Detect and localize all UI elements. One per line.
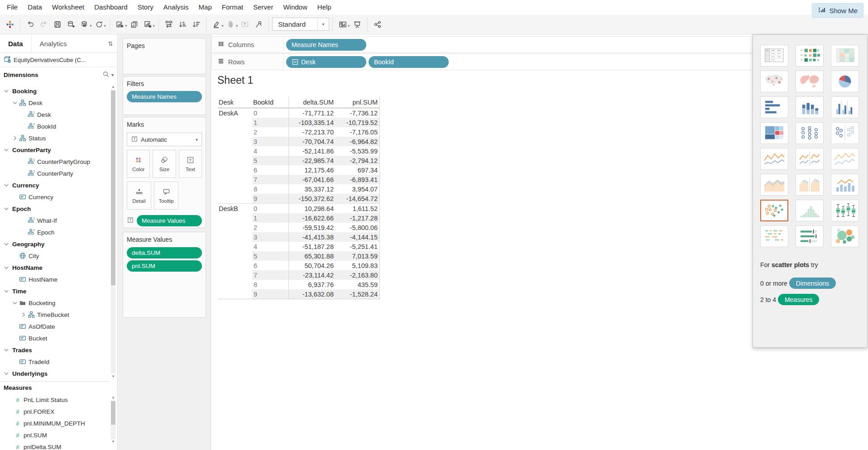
desk-cell[interactable] — [218, 232, 252, 242]
chevron-down-icon[interactable]: ▾ — [90, 24, 92, 28]
mark-type-dropdown[interactable]: T Automatic ▾ — [127, 133, 202, 146]
dimensions-scrollbar[interactable]: ▲ ▼ — [110, 84, 116, 379]
value-cell[interactable]: -1,528.24 — [336, 289, 380, 299]
value-cell[interactable]: -5,535.99 — [336, 146, 380, 156]
show-me-area-discrete[interactable] — [796, 174, 824, 196]
measures-scrollbar[interactable]: ▲ ▼ — [110, 395, 116, 445]
bookid-cell[interactable]: 4 — [252, 242, 288, 251]
desk-cell[interactable] — [218, 261, 252, 270]
desk-cell[interactable] — [218, 175, 252, 184]
tree-item-hostname[interactable]: HostName — [0, 262, 110, 273]
color-button[interactable]: Color — [127, 150, 150, 178]
measure-item-pnl-minimum-depth[interactable]: #pnl.MINIMUM_DEPTH — [0, 417, 110, 429]
show-me-pie-chart[interactable] — [831, 71, 859, 92]
tree-item-geography[interactable]: Geography — [0, 238, 110, 250]
bookid-cell[interactable]: 7 — [252, 175, 288, 184]
value-cell[interactable]: -23,114.42 — [288, 270, 336, 280]
value-cell[interactable]: 1,611.52 — [336, 204, 380, 213]
tree-item-city[interactable]: City — [0, 250, 110, 262]
show-me-filled-map[interactable] — [796, 71, 824, 92]
bookid-cell[interactable]: 5 — [252, 251, 288, 261]
column-header-bookid[interactable]: BookId — [252, 97, 288, 108]
show-me-side-by-side-circle[interactable] — [831, 122, 859, 144]
bookid-cell[interactable]: 8 — [252, 184, 288, 194]
undo-icon[interactable] — [24, 18, 37, 31]
show-me-horizontal-bar[interactable] — [760, 96, 788, 118]
bookid-cell[interactable]: 0 — [252, 204, 288, 213]
tableau-logo-icon[interactable] — [3, 18, 17, 31]
search-icon[interactable] — [102, 71, 110, 79]
filters-card[interactable]: Filters Measure Names — [123, 76, 206, 115]
presentation-mode-icon[interactable] — [350, 18, 364, 31]
value-cell[interactable]: 65,301.88 — [288, 251, 336, 261]
chevron-down-icon[interactable] — [3, 264, 10, 271]
desk-cell[interactable] — [218, 251, 252, 261]
column-header-desk[interactable]: Desk — [218, 97, 252, 108]
tree-item-underlyings[interactable]: Underlyings — [0, 368, 110, 379]
tab-analytics[interactable]: Analytics — [31, 34, 104, 53]
measure-item-pnl-sum[interactable]: #pnl.SUM — [0, 429, 110, 441]
bookid-cell[interactable]: 9 — [252, 194, 288, 203]
desk-cell[interactable] — [218, 242, 252, 251]
text-button[interactable]: TText — [179, 150, 202, 178]
show-me-line-discrete[interactable] — [796, 148, 824, 170]
bookid-cell[interactable]: 1 — [252, 118, 288, 127]
value-cell[interactable]: -7,736.12 — [336, 108, 380, 118]
bookid-cell[interactable]: 5 — [252, 156, 288, 165]
chevron-down-icon[interactable] — [3, 240, 10, 248]
bookid-cell[interactable]: 2 — [252, 127, 288, 137]
desk-cell[interactable] — [218, 184, 252, 194]
tab-data[interactable]: Data — [0, 34, 31, 53]
bookid-cell[interactable]: 6 — [252, 261, 288, 270]
tree-item-trades[interactable]: Trades — [0, 344, 110, 356]
tree-item-time[interactable]: Time — [0, 285, 110, 297]
value-cell[interactable]: -59,519.42 — [288, 223, 336, 232]
value-cell[interactable]: 35,337.12 — [288, 184, 336, 194]
value-cell[interactable]: -2,163.80 — [336, 270, 380, 280]
show-me-button[interactable]: Show Me — [812, 3, 863, 18]
sort-fields-icon[interactable]: ⇅ — [104, 40, 117, 47]
shelf-pill-measure-names[interactable]: Measure Names — [286, 39, 366, 51]
measure-item-pnldelta-sum[interactable]: #pnlDelta.SUM — [0, 441, 110, 450]
chevron-down-icon[interactable] — [11, 299, 19, 306]
value-cell[interactable]: 12,175.46 — [288, 165, 336, 175]
value-cell[interactable]: -16,622.66 — [288, 213, 336, 223]
bookid-cell[interactable]: 9 — [252, 289, 288, 299]
value-cell[interactable]: -10,719.52 — [336, 118, 380, 127]
marks-card[interactable]: Marks T Automatic ▾ ColorSizeTText Detai… — [123, 117, 206, 228]
scroll-down-icon[interactable]: ▼ — [110, 439, 116, 445]
tree-item-booking[interactable]: Booking — [0, 85, 110, 97]
measure-values-pill[interactable]: Measure Values — [137, 215, 202, 226]
value-cell[interactable]: -71,771.12 — [288, 108, 336, 118]
tree-item-counterparty[interactable]: CounterParty — [0, 144, 110, 156]
menu-story[interactable]: Story — [133, 0, 158, 14]
bookid-cell[interactable]: 4 — [252, 146, 288, 156]
value-cell[interactable]: -4,144.15 — [336, 232, 380, 242]
value-cell[interactable]: -13,632.08 — [288, 289, 336, 299]
scroll-up-icon[interactable]: ▲ — [110, 84, 116, 90]
share-icon[interactable] — [371, 18, 384, 31]
show-me-heat-map[interactable] — [831, 45, 859, 67]
tree-item-desk[interactable]: 1Desk — [0, 109, 110, 120]
desk-cell[interactable] — [218, 156, 252, 165]
value-cell[interactable]: 697.34 — [336, 165, 380, 175]
chevron-right-icon[interactable] — [11, 134, 19, 142]
show-me-gantt[interactable] — [760, 225, 788, 247]
measure-item-pnl-limit-status[interactable]: #PnL Limit Status — [0, 394, 110, 406]
tooltip-button[interactable]: Tooltip — [154, 182, 178, 210]
show-me-histogram[interactable] — [796, 200, 824, 221]
tree-item-epoch[interactable]: Epoch — [0, 203, 110, 215]
chevron-down-icon[interactable]: ▾ — [236, 24, 238, 28]
show-me-box-and-whisker[interactable] — [831, 200, 859, 221]
tree-item-asofdate[interactable]: AsOfDate — [0, 321, 110, 332]
bookid-cell[interactable]: 2 — [252, 223, 288, 232]
swap-rows-columns-icon[interactable] — [162, 18, 176, 31]
tree-item-status[interactable]: Status — [0, 132, 110, 144]
show-me-stacked-bar[interactable] — [796, 96, 824, 118]
show-me-dual-combination[interactable] — [831, 174, 859, 196]
menu-help[interactable]: Help — [312, 0, 336, 14]
desk-cell[interactable]: DeskA — [218, 108, 252, 118]
show-me-packed-bubbles[interactable] — [831, 225, 859, 247]
chevron-down-icon[interactable]: ▾ — [153, 24, 155, 28]
desk-cell[interactable] — [218, 223, 252, 232]
